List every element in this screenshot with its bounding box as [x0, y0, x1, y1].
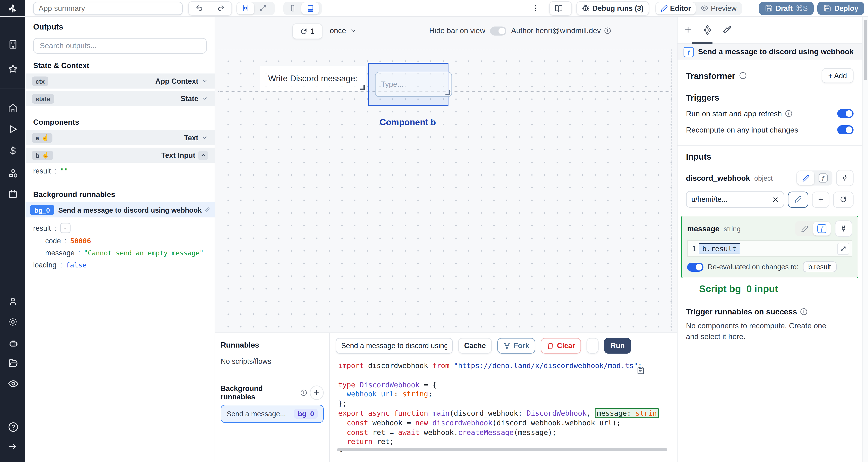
pointer-hand-icon: ☝ — [42, 152, 49, 158]
refresh-code-button[interactable] — [587, 338, 598, 354]
add-transformer-button[interactable]: + Add — [822, 68, 854, 83]
chevron-down-icon[interactable] — [201, 78, 208, 84]
resource-select[interactable]: u/henri/te... — [686, 191, 784, 208]
line-number: 1 — [690, 244, 699, 253]
nav-help[interactable] — [8, 422, 19, 432]
recompute-toggle[interactable] — [837, 125, 854, 134]
draft-button[interactable]: Draft ⌘S — [759, 2, 814, 15]
clear-button[interactable]: Clear — [541, 338, 581, 354]
nav-folders[interactable] — [8, 358, 18, 368]
tab-insert-component[interactable] — [684, 25, 692, 34]
reeval-target-badge[interactable]: b.result — [803, 261, 836, 272]
connect-input-button[interactable] — [835, 221, 852, 237]
chevron-down-icon[interactable] — [201, 134, 208, 141]
debug-runs-button[interactable]: Debug runs (3) — [576, 1, 649, 15]
tab-editor[interactable]: Editor — [656, 2, 696, 14]
component-row-b[interactable]: b☝ Text Input — [25, 147, 215, 163]
outputs-search — [33, 38, 207, 54]
bg0-runnable-card[interactable]: Send a message... bg_0 — [221, 405, 324, 423]
undo-button[interactable] — [189, 2, 210, 15]
component-row-a[interactable]: a☝ Text — [25, 130, 215, 145]
nav-home[interactable] — [8, 103, 18, 113]
horizontal-scrollbar[interactable] — [337, 448, 667, 451]
text-component-a[interactable]: Write Discord message: — [260, 66, 366, 91]
nav-workspace[interactable] — [8, 39, 18, 50]
nav-variables[interactable] — [8, 146, 18, 156]
vertical-scrollbar[interactable] — [862, 16, 868, 462]
fork-button[interactable]: Fork — [497, 338, 535, 354]
desktop-view-button[interactable] — [301, 2, 319, 14]
deploy-button[interactable]: Deploy — [817, 2, 864, 15]
nav-settings[interactable] — [8, 317, 18, 327]
nav-schedules[interactable] — [8, 189, 18, 199]
copy-icon[interactable] — [637, 366, 645, 375]
expression-editor[interactable]: 1 b.result — [687, 240, 852, 257]
canvas-grid[interactable]: Write Discord message: Type... Component… — [218, 49, 672, 331]
nav-favorites[interactable] — [8, 64, 18, 74]
fullscreen-button[interactable] — [254, 2, 272, 14]
expand-editor-button[interactable] — [837, 242, 849, 255]
info-icon[interactable] — [785, 110, 793, 118]
center-align-button[interactable] — [237, 2, 254, 14]
resize-handle[interactable] — [445, 90, 450, 95]
refresh-resource-button[interactable] — [833, 191, 854, 208]
output-row-ctx[interactable]: ctx App Context — [25, 73, 215, 89]
json-message-value: "Cannot send an empty message" — [84, 249, 204, 257]
discord-webhook-type: object — [754, 174, 773, 182]
collapse-node-button[interactable]: - — [60, 223, 70, 233]
info-icon[interactable] — [604, 27, 611, 34]
run-frequency-select[interactable]: once — [330, 24, 357, 38]
hide-bar-toggle[interactable] — [490, 26, 506, 35]
redo-button[interactable] — [210, 2, 231, 15]
windmill-logo[interactable] — [0, 0, 25, 16]
chevron-down-icon[interactable] — [201, 95, 208, 102]
info-icon[interactable] — [300, 389, 307, 396]
tab-styling[interactable] — [722, 25, 731, 34]
code-editor[interactable]: import discordwebhook from "https://deno… — [336, 358, 672, 452]
nav-resources[interactable] — [8, 168, 19, 179]
outputs-search-input[interactable] — [38, 41, 201, 51]
tab-preview[interactable]: Preview — [696, 2, 741, 14]
nav-users[interactable] — [8, 296, 18, 306]
edit-pencil-icon[interactable] — [204, 207, 210, 212]
run-on-start-toggle[interactable] — [837, 109, 854, 118]
eval-mode-button[interactable]: f — [814, 171, 832, 185]
outputs-panel: Outputs State & Context ctx App Context … — [25, 16, 215, 462]
runnable-title-input[interactable] — [336, 338, 453, 354]
tab-component-settings[interactable] — [702, 25, 712, 35]
scrollbar-thumb[interactable] — [864, 20, 867, 80]
static-mode-button[interactable] — [797, 171, 814, 185]
nav-expand-sidebar[interactable] — [8, 441, 18, 451]
nav-runs[interactable] — [8, 124, 18, 134]
bg0-output-row[interactable]: bg_0 Send a message to discord using web… — [25, 202, 215, 218]
refresh-count-button[interactable]: 1 — [292, 24, 322, 39]
right-panel-tabs — [678, 16, 862, 44]
eval-mode-button[interactable]: f — [813, 222, 831, 235]
state-context-title: State & Context — [25, 54, 215, 73]
docs-button[interactable] — [549, 1, 572, 15]
bg0-card-badge: bg_0 — [294, 409, 318, 419]
add-resource-button[interactable] — [812, 191, 830, 208]
static-mode-button[interactable] — [796, 222, 813, 235]
run-button[interactable]: Run — [604, 338, 631, 354]
connect-input-button[interactable] — [836, 170, 854, 186]
selected-component-b[interactable]: Type... — [368, 63, 448, 106]
resize-handle[interactable] — [360, 85, 365, 90]
reeval-toggle[interactable] — [687, 262, 704, 271]
text-input-component[interactable]: Type... — [375, 72, 452, 97]
edit-resource-button[interactable] — [788, 191, 808, 208]
info-icon[interactable] — [800, 308, 808, 316]
collapse-button[interactable] — [198, 151, 208, 160]
nav-workers[interactable] — [8, 338, 19, 349]
add-background-runnable-button[interactable] — [310, 386, 324, 400]
clear-x-icon[interactable] — [772, 196, 779, 203]
mobile-view-button[interactable] — [284, 2, 301, 14]
cache-button[interactable]: Cache — [458, 338, 492, 354]
runnable-header: f Send a message to discord using webhoo… — [678, 44, 862, 60]
nav-audit-logs[interactable] — [8, 378, 19, 389]
info-icon[interactable] — [739, 72, 747, 79]
more-options-button[interactable] — [528, 4, 543, 12]
output-row-state[interactable]: state State — [25, 91, 215, 106]
chevron-down-icon — [350, 27, 357, 34]
app-summary-input[interactable] — [33, 2, 183, 15]
